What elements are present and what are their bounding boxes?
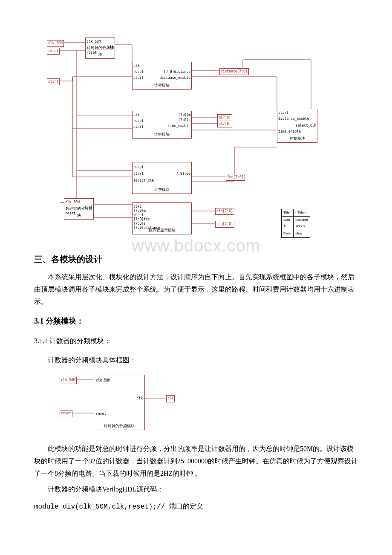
port: distance_enable (278, 116, 309, 122)
port: select_clk (133, 178, 154, 184)
port: reset (133, 118, 144, 124)
port: distance_enable (160, 75, 190, 81)
block-control: start distance_enable select_clk time_en… (277, 109, 317, 143)
output-seg: seg[7:0] (215, 221, 234, 228)
port: start (278, 110, 288, 116)
port: [7:0]fee (174, 171, 190, 177)
port: [7:0]distance (133, 225, 160, 231)
port: start (133, 124, 144, 130)
section3-1-heading: 3.1 分频模块： (34, 314, 358, 328)
output-m: m[7:0] (217, 114, 232, 121)
tb-date-value: Mon (294, 230, 310, 237)
port: reset (133, 164, 144, 170)
port: clk1 (84, 205, 92, 211)
tb-size-label: Size (283, 218, 290, 222)
tb-title-value: <Title> (294, 209, 310, 217)
small-out-clk: clk (166, 395, 175, 402)
port: clk (133, 63, 139, 69)
port: clk_50M (96, 378, 110, 384)
block-div-seg: clk_50M clk1 reset 数码管的分频模块 (64, 198, 94, 220)
block-fee: reset start select_clk [7:0]fee 计费模块 (132, 162, 192, 194)
tb-doc-label: Docume (295, 218, 308, 222)
div-module-diagram: clk_50M reset clk_50M clk reset 计时器的分频模块… (60, 370, 187, 439)
block-title: 控制模块 (278, 135, 316, 142)
tb-doc-value: <Doc> (295, 224, 306, 228)
small-in-reset: reset (60, 410, 72, 417)
block-display: clk1 [7:0]m reset [7:0]fee [7:0]s [7:0]d… (132, 202, 192, 234)
section3-1-para2: 此模块的功能是对总的时钟进行分频，分出的频率是让计数器用的，因为总的时钟是50M… (34, 443, 358, 480)
section3-1-1-subheading: 3.1.1 计数器的分频模块： (34, 335, 358, 347)
block-title: 计时模块 (133, 131, 190, 138)
block-title: 计程模块 (133, 82, 190, 89)
port: clk (133, 112, 139, 118)
input-clk-50m: clk_50M (47, 40, 64, 47)
port: reset (133, 69, 144, 75)
system-block-diagram: www.bdocx.com clk_50M reset start clk_50… (47, 34, 345, 239)
tb-date-label: Date: (282, 230, 294, 237)
section3-heading: 三、各模块的设计 (34, 251, 358, 267)
section3-1-line1: 计数器的分频模块具体框图： (34, 354, 358, 367)
schematic-titleblock: Title <Title> SizeA Docume<Doc> Date: Mo… (281, 209, 310, 238)
block-distance: clk reset start [7:0]distance distance_e… (132, 62, 192, 90)
block-div-counter: clk_50M clk reset 计时器的分频模块 (85, 38, 115, 59)
input-start: start (47, 78, 60, 85)
port: start (133, 171, 144, 177)
port: clk_50M (86, 39, 101, 45)
port: select_clk (296, 123, 316, 129)
port: reset (96, 411, 106, 417)
port: reset (86, 50, 97, 56)
tb-title-label: Title (282, 209, 294, 217)
input-reset: reset (47, 48, 60, 55)
port: time_enable (278, 129, 301, 135)
section3-1-line2: 计数器的分频模块VerilogHDL源代码： (34, 483, 358, 496)
port: [7:0]s (178, 117, 190, 123)
block-title: 计费模块 (133, 186, 190, 193)
small-in-clk50m: clk_50M (60, 377, 77, 384)
port: clk_50M (65, 199, 80, 205)
port: reset (65, 211, 75, 217)
port: clk (108, 44, 114, 50)
output-fee: fee[7:0] (226, 174, 245, 181)
small-block-div: clk_50M clk reset 计时器的分频模块 (94, 375, 145, 430)
block-title: 计时器的分频模块 (95, 422, 144, 429)
tb-size-value: A (283, 224, 285, 228)
port: [7:0]distance (164, 69, 190, 75)
port: start (133, 75, 144, 81)
port: time_enable (168, 123, 190, 129)
output-s: s[7:0] (217, 121, 232, 127)
output-distance: distance[7:0] (219, 68, 249, 75)
port: clk (137, 396, 143, 402)
output-dig: dig[7:0] (215, 208, 234, 215)
section3-para1: 本系统采用层次化、模块化的设计方法，设计顺序为自下向上。首先实现系统框图中的各子… (34, 271, 358, 308)
block-time: clk reset start [7:0]m [7:0]s time_enabl… (132, 111, 192, 139)
verilog-code-line: module div(clk_50M,clk,reset);// 端口的定义 (34, 501, 358, 513)
